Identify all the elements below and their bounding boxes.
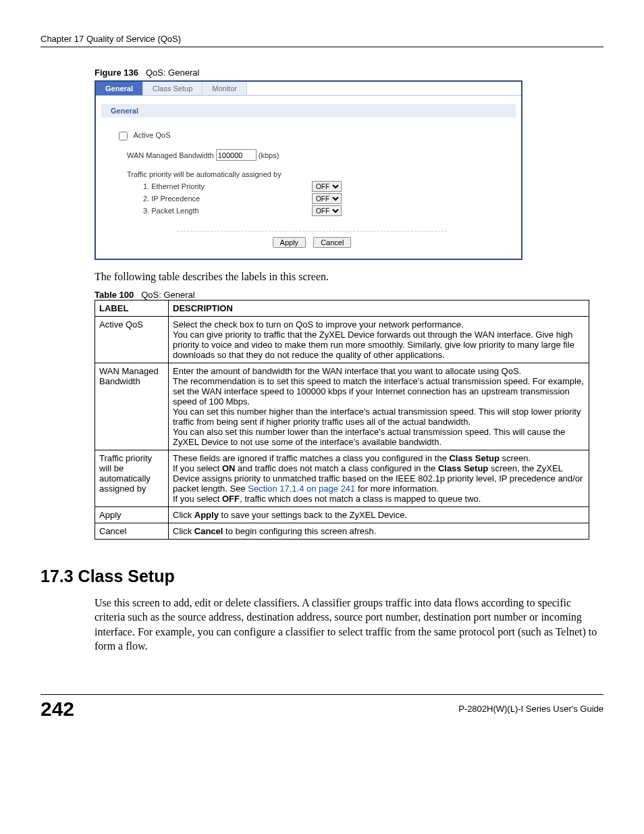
- tab-class-setup[interactable]: Class Setup: [143, 82, 203, 95]
- cell-desc: Enter the amount of bandwidth for the WA…: [169, 363, 589, 450]
- qos-general-table: LABEL DESCRIPTION Active QoS Select the …: [95, 300, 589, 540]
- table-row: WAN Managed Bandwidth Enter the amount o…: [95, 363, 589, 450]
- section-link[interactable]: Section 17.1.4 on page 241: [248, 484, 355, 494]
- table-number: Table 100: [95, 290, 134, 300]
- desc-line: If you select OFF, traffic which does no…: [173, 494, 585, 504]
- th-label: LABEL: [95, 300, 169, 316]
- cell-label: Apply: [95, 506, 169, 523]
- guide-title: P-2802H(W)(L)-I Series User's Guide: [458, 704, 603, 714]
- priority-ethernet-label: 1. Ethernet Priority: [143, 182, 312, 190]
- desc-line: Select the check box to turn on QoS to i…: [173, 319, 585, 330]
- cell-label: Active QoS: [95, 316, 169, 363]
- wan-bandwidth-label-pre: WAN Managed Bandwidth: [127, 151, 214, 159]
- cancel-button[interactable]: Cancel: [313, 237, 351, 248]
- tab-monitor[interactable]: Monitor: [203, 82, 247, 95]
- th-desc: DESCRIPTION: [169, 300, 589, 316]
- tab-bar: General Class Setup Monitor: [96, 82, 521, 96]
- active-qos-checkbox[interactable]: [119, 132, 128, 140]
- page-number: 242: [41, 698, 74, 721]
- cell-desc: Click Cancel to begin configuring this s…: [169, 523, 589, 539]
- desc-line: You can set this number higher than the …: [173, 407, 585, 427]
- desc-line: These fields are ignored if traffic matc…: [173, 453, 585, 463]
- priority-packet-select[interactable]: OFF: [312, 205, 342, 216]
- desc-line: If you select ON and traffic does not ma…: [173, 463, 585, 494]
- table-row: Traffic priority will be automatically a…: [95, 450, 589, 506]
- table-title: QoS: General: [141, 290, 195, 300]
- tab-general[interactable]: General: [96, 82, 143, 95]
- cell-desc: Select the check box to turn on QoS to i…: [169, 316, 589, 363]
- qos-general-screenshot: General Class Setup Monitor General Acti…: [95, 80, 522, 260]
- desc-line: The recommendation is to set this speed …: [173, 376, 585, 407]
- apply-button[interactable]: Apply: [273, 237, 306, 248]
- active-qos-label: Active QoS: [133, 131, 170, 139]
- chapter-header: Chapter 17 Quality of Service (QoS): [41, 34, 603, 47]
- section-paragraph: Use this screen to add, edit or delete c…: [95, 596, 603, 654]
- priority-ip-select[interactable]: OFF: [312, 193, 342, 204]
- desc-line: Enter the amount of bandwidth for the WA…: [173, 366, 585, 376]
- table-caption: Table 100 QoS: General: [95, 290, 603, 300]
- priority-packet-label: 3. Packet Length: [143, 207, 312, 215]
- figure-caption: Figure 136 QoS: General: [95, 68, 603, 78]
- desc-line: You can also set this number lower than …: [173, 427, 585, 447]
- priority-ethernet-select[interactable]: OFF: [312, 181, 342, 192]
- figure-number: Figure 136: [95, 68, 138, 78]
- cell-label: Traffic priority will be automatically a…: [95, 450, 169, 506]
- intro-paragraph: The following table describes the labels…: [95, 269, 603, 284]
- panel-section-title: General: [101, 104, 516, 118]
- priority-ip-label: 2. IP Precedence: [143, 194, 312, 203]
- section-heading: 17.3 Class Setup: [41, 567, 603, 586]
- wan-bandwidth-label-post: (kbps): [259, 151, 279, 159]
- wan-bandwidth-row: WAN Managed Bandwidth (kbps): [127, 149, 508, 161]
- page-footer: 242 P-2802H(W)(L)-I Series User's Guide: [41, 694, 603, 721]
- table-row: Apply Click Apply to save your settings …: [95, 506, 589, 523]
- table-row: Cancel Click Cancel to begin configuring…: [95, 523, 589, 539]
- cell-desc: Click Apply to save your settings back t…: [169, 506, 589, 523]
- table-row: Active QoS Select the check box to turn …: [95, 316, 589, 363]
- active-qos-row: Active QoS: [116, 130, 508, 142]
- wan-bandwidth-input[interactable]: [216, 149, 257, 161]
- cell-desc: These fields are ignored if traffic matc…: [169, 450, 589, 506]
- figure-title: QoS: General: [146, 68, 200, 78]
- cell-label: Cancel: [95, 523, 169, 539]
- priority-intro: Traffic priority will be automatically a…: [127, 170, 508, 178]
- desc-line: You can give priority to traffic that th…: [173, 330, 585, 360]
- cell-label: WAN Managed Bandwidth: [95, 363, 169, 450]
